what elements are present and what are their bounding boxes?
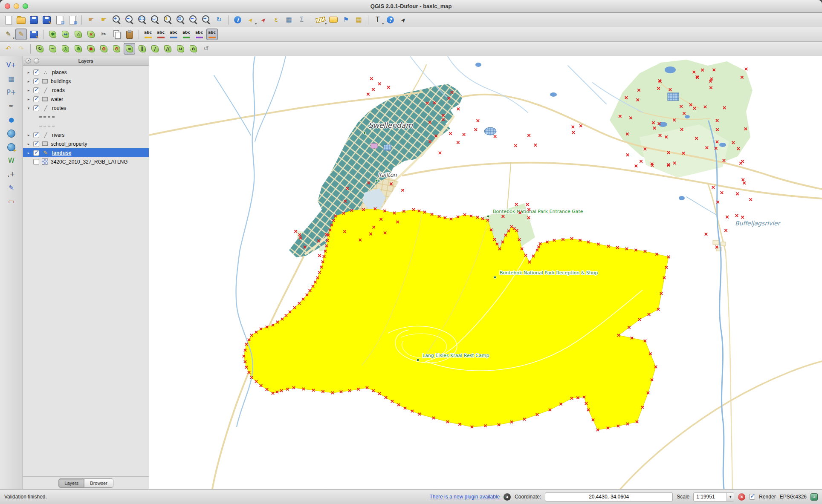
zoom-next-icon[interactable]: →	[200, 14, 212, 26]
help-icon[interactable]	[385, 14, 396, 26]
expander-icon[interactable]: ▸	[26, 151, 31, 155]
label-move-icon[interactable]	[181, 29, 192, 40]
expander-icon[interactable]: ▸	[26, 97, 31, 101]
close-panel-icon[interactable]: ×	[26, 58, 31, 63]
whats-this-icon[interactable]	[397, 14, 409, 26]
paste-features-icon[interactable]	[124, 29, 135, 40]
reshape-features-icon[interactable]: ≈	[124, 43, 135, 55]
add-feature-icon[interactable]: ✱	[47, 29, 58, 40]
layer-item-3420C_2010_327_RGB_LATLNG[interactable]: 3420C_2010_327_RGB_LATLNG	[23, 157, 149, 166]
render-checkbox[interactable]	[749, 494, 755, 500]
open-attribute-table-icon[interactable]: ▦	[283, 14, 295, 26]
add-delimited-text-layer-icon[interactable]: ,+	[6, 169, 17, 180]
plugin-link[interactable]: There is a new plugin available	[429, 494, 500, 500]
close-button[interactable]	[5, 3, 10, 9]
delete-part-icon[interactable]: ⊖	[111, 43, 122, 55]
new-shapefile-layer-icon[interactable]: ✎	[6, 182, 17, 194]
labeling-icon[interactable]	[142, 29, 154, 40]
save-layer-edits-icon[interactable]: ✎	[28, 29, 40, 40]
tab-layers[interactable]: Layers	[58, 478, 84, 488]
layer-item-places[interactable]: ▸∴places	[23, 68, 149, 77]
label-rotate-icon[interactable]	[194, 29, 205, 40]
delete-selected-icon[interactable]: ×	[85, 29, 97, 40]
add-wfs-layer-icon[interactable]: W	[6, 155, 17, 167]
simplify-feature-icon[interactable]: ~	[47, 43, 58, 55]
crs-selector-icon[interactable]: +	[810, 493, 818, 501]
layer-item-water[interactable]: ▸water	[23, 95, 149, 104]
identify-features-icon[interactable]	[232, 14, 243, 26]
pan-to-selection-icon[interactable]: ☛	[98, 14, 110, 26]
layer-visibility-checkbox[interactable]	[33, 159, 39, 165]
undock-panel-icon[interactable]	[34, 58, 39, 63]
toggle-editing-icon[interactable]: ✎	[15, 29, 27, 40]
current-edits-icon[interactable]: ✎▾	[3, 29, 14, 40]
copy-features-icon[interactable]	[111, 29, 122, 40]
add-mssql-layer-icon[interactable]: ●	[6, 114, 17, 126]
new-print-composer-icon[interactable]: ▤	[54, 14, 65, 26]
fill-ring-icon[interactable]: ◉	[85, 43, 97, 55]
layer-item-landuse[interactable]: ▸✎landuse	[23, 148, 149, 157]
expander-icon[interactable]: ▸	[26, 142, 31, 146]
layer-item-rivers[interactable]: ▸╱rivers	[23, 130, 149, 139]
label-pin-icon[interactable]	[155, 29, 167, 40]
undo-icon[interactable]: ↶	[3, 43, 14, 55]
layer-item-roads[interactable]: ▸╱roads	[23, 86, 149, 95]
add-wms-layer-icon[interactable]	[6, 128, 17, 139]
new-project-icon[interactable]	[3, 14, 14, 26]
new-bookmark-icon[interactable]: ⚑	[340, 14, 352, 26]
remove-layer-icon[interactable]: ▭	[6, 196, 17, 207]
save-project-as-icon[interactable]: ✎	[41, 14, 52, 26]
add-part-icon[interactable]: ⊕	[72, 43, 84, 55]
layer-visibility-checkbox[interactable]	[33, 87, 39, 93]
layer-visibility-checkbox[interactable]	[33, 141, 39, 147]
node-tool-icon[interactable]: ∴	[72, 29, 84, 40]
offset-curve-icon[interactable]: ∥	[136, 43, 148, 55]
expander-icon[interactable]: ▾	[26, 106, 31, 110]
tab-browser[interactable]: Browser	[84, 478, 113, 488]
chevron-down-icon[interactable]: ▼	[726, 493, 734, 501]
rotate-point-symbols-icon[interactable]: ↺	[200, 43, 212, 55]
move-feature-icon[interactable]: ↔	[60, 29, 71, 40]
expander-icon[interactable]: ▸	[26, 79, 31, 84]
refresh-map-icon[interactable]: ↻	[213, 14, 225, 26]
layer-visibility-checkbox[interactable]	[33, 69, 39, 75]
rotate-feature-icon[interactable]: ↻	[34, 43, 46, 55]
zoom-last-icon[interactable]: ←	[188, 14, 199, 26]
merge-attributes-icon[interactable]: ∩	[188, 43, 199, 55]
zoom-to-selection-icon[interactable]: ▮	[162, 14, 174, 26]
text-annotation-icon[interactable]: T▾	[372, 14, 383, 26]
open-project-icon[interactable]	[15, 14, 27, 26]
label-properties-icon[interactable]	[206, 29, 218, 40]
layer-visibility-checkbox[interactable]	[33, 96, 39, 102]
add-vector-layer-icon[interactable]: V+	[6, 60, 17, 71]
scale-combo[interactable]: 1:19951 ▼	[693, 492, 734, 501]
deselect-features-icon[interactable]	[258, 14, 269, 26]
add-raster-layer-icon[interactable]: ▦	[6, 73, 17, 85]
composer-manager-icon[interactable]: ▦	[67, 14, 78, 26]
split-parts-icon[interactable]: //	[162, 43, 174, 55]
select-by-expression-icon[interactable]: ε	[270, 14, 282, 26]
plugin-icon[interactable]: ●	[504, 493, 511, 501]
zoom-to-layer-icon[interactable]: ▤	[175, 14, 186, 26]
zoom-in-icon[interactable]: +	[111, 14, 122, 26]
select-features-icon[interactable]: ▾	[245, 14, 256, 26]
zoom-native-icon[interactable]: 1:1	[136, 14, 148, 26]
expander-icon[interactable]: ▸	[26, 70, 31, 75]
stop-render-icon[interactable]: ×	[738, 493, 745, 501]
layer-visibility-checkbox[interactable]	[33, 78, 39, 84]
redo-icon[interactable]: ↷	[15, 43, 27, 55]
add-spatialite-layer-icon[interactable]: ✒	[6, 101, 17, 112]
merge-features-icon[interactable]: ∪	[175, 43, 186, 55]
add-ring-icon[interactable]: ◎	[60, 43, 71, 55]
split-features-icon[interactable]: /	[149, 43, 161, 55]
expander-icon[interactable]: ▸	[26, 133, 31, 137]
field-calculator-icon[interactable]: Σ	[296, 14, 307, 26]
delete-ring-icon[interactable]: ⊘	[98, 43, 110, 55]
measure-icon[interactable]: ▾	[315, 14, 326, 26]
layer-visibility-checkbox[interactable]	[33, 150, 39, 156]
pan-map-icon[interactable]: ☛	[85, 14, 97, 26]
layer-visibility-checkbox[interactable]	[33, 105, 39, 111]
map-tips-icon[interactable]	[327, 14, 339, 26]
map-canvas[interactable]: Swellendam Railton Bontebok National Par…	[149, 56, 822, 489]
save-project-icon[interactable]	[28, 14, 40, 26]
